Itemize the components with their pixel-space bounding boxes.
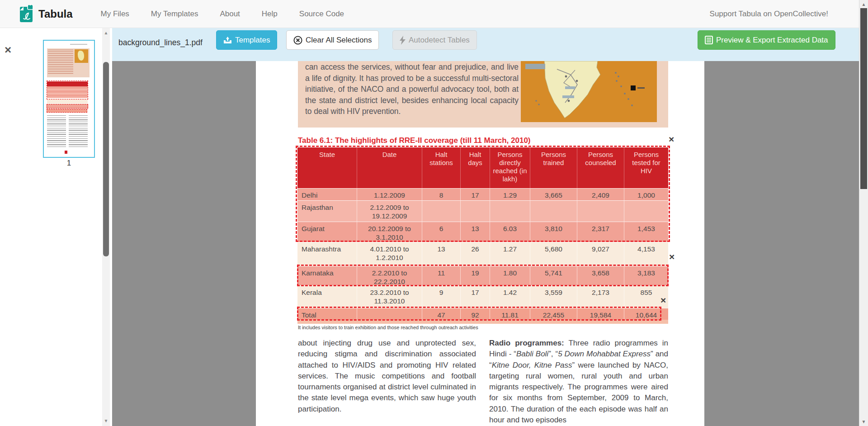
table-cell: 26 [461,242,490,266]
right-column-text: Radio programmes: Three radio programmes… [489,338,668,426]
brand-title: Tabula [38,8,73,20]
thumb-selection-box [47,109,87,113]
active-filename: background_lines_1.pdf [118,38,203,47]
nav-item-my-templates[interactable]: My Templates [140,9,209,19]
table-cell: 1.27 [490,242,530,266]
thumb-header-line [70,44,87,45]
text-segment: ”, “ [548,350,558,358]
table-cell: 17 [461,285,490,308]
india-map-image [521,61,657,122]
table-cell: Maharashtra [297,242,357,266]
thumb-intro-block [47,48,90,77]
templates-label: Templates [235,36,270,45]
selection-box[interactable] [297,265,669,286]
app-window: Tabula My FilesMy TemplatesAboutHelpSour… [0,0,868,426]
selection-box[interactable] [296,146,670,242]
intro-paragraph: can access the services, without fear an… [305,62,519,117]
nav-item-source-code[interactable]: Source Code [288,9,355,19]
table-cell: 5,680 [530,242,577,266]
table-row: Kerala23.2.2010 to 11.3.20109171.423,559… [297,285,668,308]
table-cell: 4,153 [624,242,668,266]
thumb-table [47,80,89,112]
sidebar-scrollbar[interactable]: ▲ ▼ [102,28,110,426]
pdf-page[interactable]: can access the services, without fear an… [256,61,704,426]
text-segment: Babli Boli [516,350,548,358]
thumb-paragraph-lines [48,50,73,75]
navbar: Tabula My FilesMy TemplatesAboutHelpSour… [0,0,868,28]
thumb-map [75,49,88,63]
thumb-text-column [69,115,88,147]
table-cell: 9,027 [577,242,624,266]
nav-item-help[interactable]: Help [251,9,288,19]
scroll-up-icon[interactable]: ▲ [859,2,868,7]
table-cell: 1.42 [490,285,530,308]
table-row: Maharashtra4.01.2010 to 1.2.201013261.27… [297,242,668,266]
remove-page-icon[interactable]: × [5,44,11,56]
thumb-map-shape [78,51,84,61]
intro-text-block: can access the services, without fear an… [298,61,668,128]
preview-export-button[interactable]: Preview & Export Extracted Data [698,30,835,50]
autodetect-label: Autodetect Tables [409,36,470,45]
scroll-down-icon[interactable]: ▼ [102,418,110,423]
thumb-page-badge [65,151,67,154]
text-segment: Kitne Door, Kitne Pass [492,361,572,369]
table-footnote: It includes visitors to train exhibition… [298,325,478,330]
scroll-down-icon[interactable]: ▼ [859,419,868,424]
text-segment: ” were launched by NACO, targeting rural… [489,361,668,424]
templates-icon [223,36,232,44]
tabula-logo-icon[interactable] [19,5,34,23]
autodetect-tables-button: Autodetect Tables [392,30,477,50]
support-link[interactable]: Support Tabula on OpenCollective! [710,9,828,19]
nav-item-my-files[interactable]: My Files [90,9,140,19]
export-table-icon [705,36,713,44]
lightning-icon [400,36,406,45]
thumb-table-rows-light [47,99,88,104]
toolbar: background_lines_1.pdf Templates Clear A… [112,28,859,61]
sidebar-scrollbar-thumb[interactable] [103,62,109,256]
selection-box[interactable] [297,307,661,321]
selection-close-icon[interactable]: × [669,252,675,261]
table-cell: 3,559 [530,285,577,308]
selection-close-icon[interactable]: × [669,134,674,144]
table-cell: 9 [422,285,461,308]
thumbnail-sidebar: × 1 ▲ ▼ [0,28,112,426]
table-cell: 23.2.2010 to 11.3.2010 [357,285,422,308]
table-cell: Kerala [297,285,357,308]
text-segment: 5 Down Mohabbat Express [558,350,651,358]
table-title: Table 6.1: The highlights of RRE-II cove… [298,136,531,145]
selection-close-icon[interactable]: × [660,295,666,305]
left-column-text: about injecting drug use and unprotected… [298,338,476,415]
thumb-text-column [47,115,66,147]
clear-circle-x-icon [293,36,302,45]
text-segment: Radio programmes: [489,339,564,347]
table-cell: 13 [422,242,461,266]
thumb-selection-box [47,104,88,109]
page-thumbnail[interactable] [43,40,95,158]
navbar-menu: My FilesMy TemplatesAboutHelpSource Code [90,9,355,19]
nav-item-about[interactable]: About [209,9,250,19]
templates-button[interactable]: Templates [216,30,277,50]
window-scrollbar-thumb[interactable] [860,8,867,189]
window-scrollbar[interactable]: ▲ ▼ [859,0,868,426]
clear-all-selections-button[interactable]: Clear All Selections [286,30,379,50]
export-label: Preview & Export Extracted Data [716,36,828,45]
table-cell: 4.01.2010 to 1.2.2010 [357,242,422,266]
clear-label: Clear All Selections [306,36,372,45]
page-number-label: 1 [43,159,95,168]
table-cell: 2,173 [577,285,624,308]
thumb-selection-box [47,80,88,99]
scroll-up-icon[interactable]: ▲ [102,30,110,35]
